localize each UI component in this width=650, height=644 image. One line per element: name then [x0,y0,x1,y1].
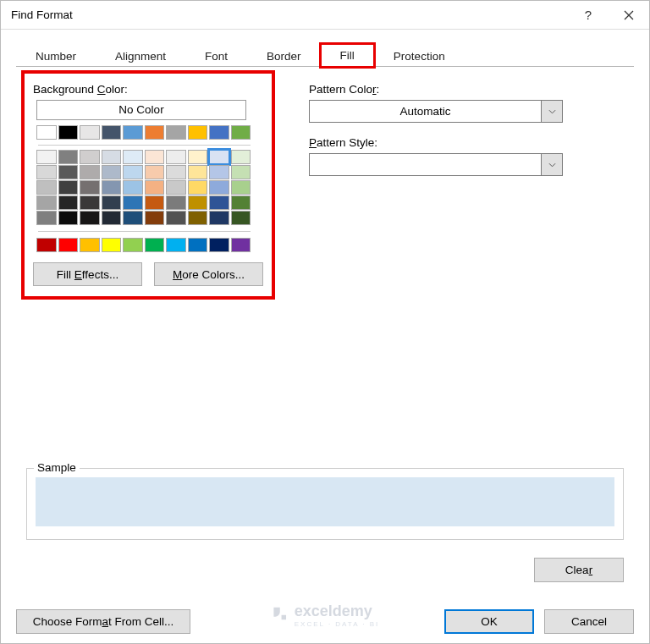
color-swatch[interactable] [58,150,79,164]
color-swatch[interactable] [36,150,57,164]
color-swatch[interactable] [166,165,186,179]
title-bar: Find Format ? [1,1,649,30]
tab-fill[interactable]: Fill [321,44,374,67]
choose-format-from-cell-button[interactable]: Choose Format From Cell... [16,609,190,634]
chevron-down-icon [548,162,556,168]
help-button[interactable]: ? [568,1,609,30]
background-color-panel: Background Color: No Color Fill Effects.… [21,70,275,300]
color-swatch[interactable] [188,195,208,210]
color-swatch[interactable] [58,125,79,140]
color-swatch[interactable] [36,125,57,140]
color-swatch[interactable] [188,211,208,225]
color-swatch[interactable] [80,211,100,225]
color-swatch[interactable] [209,195,229,210]
ok-button[interactable]: OK [444,609,534,634]
pattern-color-combo[interactable]: Automatic [309,100,563,123]
color-swatch[interactable] [231,195,251,210]
color-swatch[interactable] [123,150,143,164]
color-swatch[interactable] [58,180,79,195]
color-swatch[interactable] [36,211,57,225]
color-swatch[interactable] [58,238,79,252]
tab-bar: NumberAlignmentFontBorderFillProtection [16,45,634,67]
color-swatch[interactable] [58,211,79,225]
pattern-style-dropdown-button[interactable] [541,153,563,176]
color-swatch[interactable] [209,238,229,252]
color-swatch[interactable] [145,165,165,179]
color-swatch[interactable] [102,195,122,210]
color-swatch[interactable] [123,165,143,179]
color-swatch[interactable] [145,180,165,195]
color-swatch[interactable] [123,211,143,225]
color-swatch[interactable] [102,150,122,164]
no-color-button[interactable]: No Color [36,100,246,120]
color-swatch[interactable] [80,165,100,179]
color-swatch[interactable] [166,150,186,164]
sample-swatch [36,477,614,526]
color-swatch[interactable] [166,238,186,252]
color-swatch[interactable] [231,180,251,195]
color-swatch[interactable] [188,238,208,252]
clear-button[interactable]: Clear [534,558,624,582]
color-swatch[interactable] [80,238,100,252]
color-swatch[interactable] [102,211,122,225]
cancel-button[interactable]: Cancel [544,609,634,634]
sample-label: Sample [34,461,80,474]
color-swatch[interactable] [188,150,208,164]
color-swatch[interactable] [209,125,229,140]
color-swatch[interactable] [58,165,79,179]
color-swatch[interactable] [145,238,165,252]
color-swatch[interactable] [145,125,165,140]
color-swatch[interactable] [188,165,208,179]
tab-number[interactable]: Number [16,45,96,67]
pattern-color-dropdown-button[interactable] [541,100,563,123]
color-swatch[interactable] [231,238,251,252]
color-swatch[interactable] [166,125,186,140]
color-swatch[interactable] [102,165,122,179]
tab-font[interactable]: Font [185,45,247,67]
color-swatch[interactable] [145,195,165,210]
color-swatch[interactable] [209,165,229,179]
color-swatch[interactable] [36,180,57,195]
color-swatch[interactable] [209,211,229,225]
color-swatch[interactable] [80,150,100,164]
color-swatch[interactable] [36,165,57,179]
color-swatch[interactable] [58,195,79,210]
pattern-style-combo[interactable] [309,153,563,176]
color-swatch[interactable] [231,150,251,164]
color-swatch[interactable] [123,125,143,140]
color-swatch[interactable] [145,150,165,164]
color-swatch[interactable] [231,165,251,179]
color-swatch[interactable] [123,195,143,210]
color-swatch[interactable] [36,238,57,252]
color-swatch[interactable] [36,195,57,210]
tab-protection[interactable]: Protection [374,45,465,67]
color-swatch[interactable] [123,180,143,195]
color-swatch[interactable] [231,125,251,140]
color-swatch[interactable] [123,238,143,252]
color-swatch[interactable] [188,125,208,140]
color-swatch[interactable] [102,180,122,195]
more-colors-button[interactable]: More Colors... [154,262,263,286]
tab-border[interactable]: Border [247,45,321,67]
fill-effects-button[interactable]: Fill Effects... [33,262,142,286]
content-area: Background Color: No Color Fill Effects.… [1,67,649,300]
color-swatch[interactable] [188,180,208,195]
color-swatch[interactable] [80,180,100,195]
color-swatch[interactable] [209,180,229,195]
pattern-color-value: Automatic [309,100,541,123]
color-swatch[interactable] [166,211,186,225]
color-swatch[interactable] [80,125,100,140]
color-swatch[interactable] [145,211,165,225]
color-swatch[interactable] [102,125,122,140]
color-swatch[interactable] [102,238,122,252]
close-button[interactable] [609,1,649,30]
color-swatch[interactable] [231,211,251,225]
color-swatch[interactable] [166,195,186,210]
color-swatch[interactable] [209,150,229,164]
sample-group: Sample [26,468,624,540]
chevron-down-icon [548,109,556,114]
color-swatch[interactable] [166,180,186,195]
color-swatch[interactable] [80,195,100,210]
tab-alignment[interactable]: Alignment [96,45,185,67]
pattern-style-value [309,153,541,176]
